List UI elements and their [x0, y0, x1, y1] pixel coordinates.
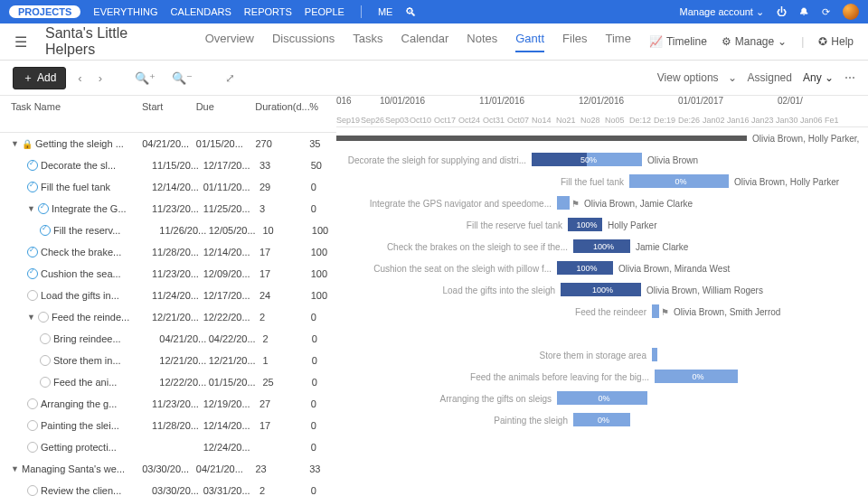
table-row[interactable]: ▼Managing Santa's we...03/30/20...04/21/…: [0, 458, 336, 480]
view-options[interactable]: View options ⌄: [657, 71, 737, 84]
gantt-bar[interactable]: [336, 136, 747, 141]
tab-time[interactable]: Time: [606, 32, 631, 52]
zoom-in-icon[interactable]: 🔍⁺: [130, 69, 160, 88]
gantt-row: Arranging the gifts on sleigs0%: [336, 388, 868, 409]
help-button[interactable]: ✪ Help: [818, 35, 854, 48]
avatar[interactable]: [843, 4, 859, 20]
expand-icon[interactable]: ⤢: [221, 69, 240, 88]
caret-icon[interactable]: ▼: [11, 139, 19, 148]
menu-icon[interactable]: ☰: [14, 33, 27, 51]
manage-button[interactable]: ⚙ Manage ⌄: [722, 35, 787, 48]
gantt-label: Painting the sleigh: [494, 416, 568, 426]
nav-calendars[interactable]: CALENDARS: [171, 6, 231, 17]
col-percent[interactable]: %: [309, 101, 336, 112]
timeline-button[interactable]: 📈 Timeline: [649, 35, 707, 48]
tab-gantt[interactable]: Gantt: [515, 32, 544, 52]
gantt-bar[interactable]: 100%: [568, 218, 602, 231]
nav-people[interactable]: PEOPLE: [305, 6, 344, 17]
tab-calendar[interactable]: Calendar: [401, 32, 449, 52]
table-row[interactable]: Arranging the g...11/23/20...12/19/20...…: [0, 393, 336, 415]
status-circle[interactable]: [40, 333, 51, 344]
cell-dr: 270: [256, 138, 310, 149]
table-row[interactable]: ▼🔒Getting the sleigh ...04/21/20...01/15…: [0, 133, 336, 154]
status-circle[interactable]: [38, 312, 49, 323]
nav-everything[interactable]: EVERYTHING: [93, 6, 157, 17]
col-task-name[interactable]: Task Name: [0, 101, 142, 112]
status-circle[interactable]: [27, 268, 38, 279]
table-row[interactable]: ▼Feed the reinde...12/21/20...12/22/20..…: [0, 306, 336, 328]
status-circle[interactable]: [40, 225, 51, 236]
table-row[interactable]: ▼Integrate the G...11/23/20...11/25/20..…: [0, 198, 336, 220]
nav-reports[interactable]: REPORTS: [244, 6, 292, 17]
tick-label: Sep26: [361, 116, 385, 125]
nav-projects[interactable]: PROJECTS: [9, 5, 80, 18]
status-circle[interactable]: [27, 182, 38, 192]
table-row[interactable]: Bring reindee...04/21/20...04/22/20...20: [0, 328, 336, 350]
gantt-bar[interactable]: 50%: [532, 153, 642, 166]
tab-files[interactable]: Files: [562, 32, 587, 52]
more-icon[interactable]: ⋯: [844, 71, 855, 84]
status-circle[interactable]: [27, 290, 38, 301]
manage-account[interactable]: Manage account ⌄: [680, 6, 764, 18]
status-circle[interactable]: [27, 247, 38, 257]
gantt-bar[interactable]: 100%: [557, 261, 613, 275]
status-circle[interactable]: [40, 355, 51, 366]
gantt-bar[interactable]: 0%: [573, 413, 630, 426]
table-row[interactable]: Store them in...12/21/20...12/21/20...10: [0, 350, 336, 371]
tick-label: De:19: [654, 116, 678, 125]
gantt-bar[interactable]: 100%: [573, 239, 630, 253]
table-row[interactable]: Getting protecti...12/24/20...0: [0, 436, 336, 458]
status-circle[interactable]: [27, 160, 38, 171]
caret-icon[interactable]: ▼: [27, 313, 35, 322]
table-row[interactable]: Fill the fuel tank12/14/20...01/11/20...…: [0, 176, 336, 198]
table-row[interactable]: Check the brake...11/28/20...12/14/20...…: [0, 241, 336, 263]
caret-icon[interactable]: ▼: [27, 204, 35, 213]
table-row[interactable]: Painting the slei...11/28/20...12/14/20.…: [0, 415, 336, 436]
tick-label: No28: [580, 116, 605, 125]
tab-discussions[interactable]: Discussions: [272, 32, 335, 52]
status-circle[interactable]: [27, 442, 38, 453]
nav-divider: [361, 5, 362, 18]
nav-me[interactable]: ME: [378, 6, 393, 17]
status-circle[interactable]: [38, 203, 49, 214]
gantt-bar[interactable]: 100%: [561, 283, 641, 296]
status-circle[interactable]: [40, 377, 51, 388]
caret-icon[interactable]: ▼: [11, 464, 19, 473]
bell-icon[interactable]: 🔔︎: [799, 6, 809, 17]
search-icon[interactable]: 🔍︎: [405, 5, 417, 19]
prev-icon[interactable]: ‹: [73, 69, 86, 88]
gantt-bar[interactable]: 0%: [629, 174, 729, 188]
project-tabs: Overview Discussions Tasks Calendar Note…: [205, 32, 631, 52]
gantt-bar[interactable]: [652, 304, 659, 318]
add-button[interactable]: ＋ Add: [13, 67, 66, 89]
zoom-out-icon[interactable]: 🔍⁻: [167, 69, 197, 88]
col-due[interactable]: Due: [196, 101, 256, 112]
next-icon[interactable]: ›: [94, 69, 107, 88]
month-label: 12/01/2016: [579, 96, 678, 110]
power-icon[interactable]: ⏻: [777, 6, 787, 17]
status-circle[interactable]: [27, 420, 38, 431]
col-duration[interactable]: Duration(d...: [255, 101, 309, 112]
table-row[interactable]: Fill the reserv...11/26/20...12/05/20...…: [0, 220, 336, 241]
cell-pc: 0: [312, 355, 336, 366]
status-circle[interactable]: [27, 398, 38, 409]
table-row[interactable]: Review the clien...03/30/20...03/31/20..…: [0, 480, 336, 496]
gantt-bar[interactable]: [652, 348, 657, 361]
gantt-bar[interactable]: 0%: [557, 391, 647, 405]
cell-pc: 0: [311, 312, 336, 323]
assigned-filter[interactable]: Any ⌄: [803, 71, 834, 84]
add-icon[interactable]: ⟳: [822, 6, 830, 18]
table-row[interactable]: Decorate the sl...11/15/20...12/17/20...…: [0, 154, 336, 176]
tab-overview[interactable]: Overview: [205, 32, 254, 52]
status-circle[interactable]: [27, 485, 38, 496]
table-row[interactable]: Load the gifts in...11/24/20...12/17/20.…: [0, 285, 336, 306]
col-start[interactable]: Start: [142, 101, 196, 112]
table-row[interactable]: Feed the ani...12/22/20...01/15/20...250: [0, 371, 336, 393]
tab-tasks[interactable]: Tasks: [353, 32, 382, 52]
gantt-bar[interactable]: 0%: [655, 370, 738, 383]
gantt-bar[interactable]: [557, 196, 570, 210]
tick-label: Jan02: [703, 116, 727, 125]
table-row[interactable]: Cushion the sea...11/23/20...12/09/20...…: [0, 263, 336, 285]
tab-notes[interactable]: Notes: [467, 32, 497, 52]
tick-label: Sep19: [336, 116, 361, 125]
